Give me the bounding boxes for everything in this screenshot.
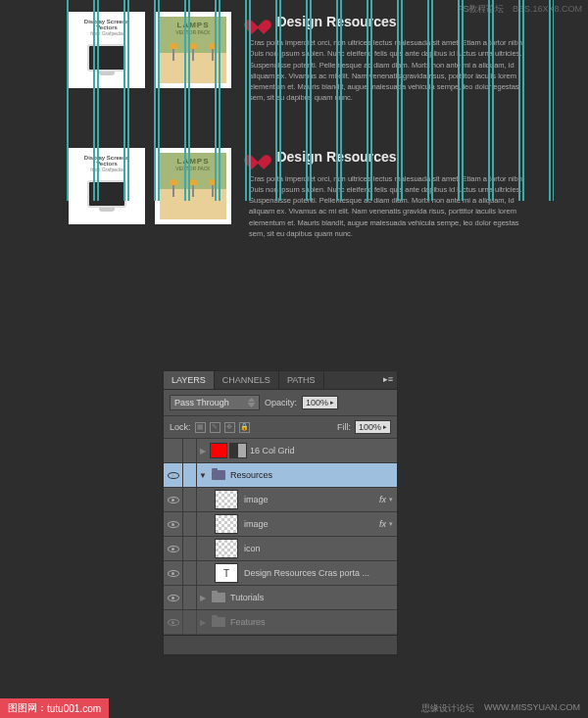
layer-row-image[interactable]: image fx▾ [164, 512, 397, 537]
footer-credit-1: 思缘设计论坛 [421, 702, 474, 715]
layer-row-icon[interactable]: icon [164, 537, 397, 561]
visibility-toggle[interactable] [164, 561, 183, 585]
lock-transparency-icon[interactable]: ▦ [195, 422, 206, 433]
panel-tabs: LAYERS CHANNELS PATHS ▸≡ [164, 371, 397, 390]
layer-row-text[interactable]: T Design Resources Cras porta ... [164, 561, 397, 586]
visibility-toggle[interactable] [164, 512, 183, 536]
collapse-icon[interactable]: ▼ [197, 471, 209, 480]
section-body-text: Cras porta imperdiet orci, non ultrices … [249, 173, 529, 240]
blend-opacity-row: Pass Through Opacity: 100% [164, 390, 397, 416]
layer-row-grid[interactable]: ▶ 16 Col Grid [164, 439, 397, 463]
blend-mode-select[interactable]: Pass Through [170, 395, 260, 410]
page-footer: 图图网：tutu001.com 思缘设计论坛 WWW.MISSYUAN.COM [0, 698, 588, 718]
text-layer-icon: T [215, 563, 238, 583]
layer-row-tutorials[interactable]: ▶ Tutorials [164, 586, 397, 610]
thumb-subtitle: from Grafpedia [74, 167, 140, 172]
layer-name: 16 Col Grid [248, 446, 397, 455]
layer-row-image[interactable]: image fx▾ [164, 488, 397, 512]
folder-icon [212, 593, 225, 602]
lock-label: Lock: [170, 422, 191, 432]
thumb-subtitle: from Grafpedia [74, 30, 140, 36]
layer-name: icon [242, 544, 397, 553]
panel-footer [164, 635, 397, 654]
layer-name: image [242, 495, 379, 504]
visibility-toggle[interactable] [164, 586, 183, 609]
lamps-subtitle: VECTOR PACK [160, 166, 226, 171]
layer-mask-thumb [229, 443, 247, 458]
lamps-title: LAMPS [160, 153, 226, 166]
footer-credit-2: WWW.MISSYUAN.COM [484, 702, 580, 715]
fill-input[interactable]: 100% [355, 420, 391, 434]
opacity-label: Opacity: [265, 398, 297, 407]
lock-pixels-icon[interactable]: ✎ [210, 422, 220, 433]
fx-expand-icon[interactable]: ▾ [389, 520, 393, 528]
expand-icon[interactable]: ▶ [197, 594, 209, 602]
thumb-title: Display Screens Vectors [74, 153, 140, 167]
section-no-grid: Display Screens Vectors from Grafpedia L… [0, 119, 588, 255]
lamps-subtitle: VECTOR PACK [160, 29, 226, 35]
section-with-grid: Display Screens Vectors from Grafpedia L… [0, 0, 588, 119]
visibility-toggle[interactable] [164, 537, 183, 560]
fill-label: Fill: [337, 422, 351, 432]
thumbnail-lamps: LAMPS VECTOR PACK [155, 148, 231, 224]
visibility-toggle[interactable] [164, 439, 183, 462]
heart-icon [249, 14, 267, 29]
layer-row-resources[interactable]: ▼ Resources [164, 463, 397, 488]
lock-all-icon[interactable]: 🔒 [239, 422, 250, 433]
opacity-input[interactable]: 100% [302, 396, 338, 409]
thumb-title: Display Screens Vectors [74, 17, 140, 30]
layer-swatch [210, 443, 227, 458]
lock-fill-row: Lock: ▦ ✎ ✥ 🔒 Fill: 100% [164, 416, 397, 439]
layer-name: Tutorials [228, 593, 397, 602]
thumbnail-lamps: LAMPS VECTOR PACK [155, 12, 231, 88]
section-body-text: Cras porta imperdiet orci, non ultrices … [249, 37, 529, 104]
thumbnail-display-screens: Display Screens Vectors from Grafpedia [69, 148, 145, 224]
expand-icon[interactable]: ▶ [197, 618, 209, 627]
visibility-toggle[interactable] [164, 610, 183, 634]
monitor-icon [87, 180, 126, 208]
layer-thumb [215, 490, 238, 509]
fx-badge[interactable]: fx [379, 495, 386, 504]
layer-name: Resources [228, 470, 397, 480]
layer-name: Features [228, 617, 397, 627]
folder-icon [212, 617, 225, 627]
tab-layers[interactable]: LAYERS [164, 371, 215, 389]
layers-panel: LAYERS CHANNELS PATHS ▸≡ Pass Through Op… [163, 370, 398, 655]
layer-thumb [215, 539, 238, 558]
lock-position-icon[interactable]: ✥ [224, 422, 235, 433]
tab-channels[interactable]: CHANNELS [215, 371, 279, 389]
panel-menu-icon[interactable]: ▸≡ [383, 374, 393, 384]
visibility-toggle[interactable] [164, 488, 183, 511]
heart-icon [249, 149, 267, 165]
layer-name: image [242, 519, 379, 529]
visibility-toggle[interactable] [164, 463, 183, 487]
tab-paths[interactable]: PATHS [279, 371, 324, 389]
fx-badge[interactable]: fx [379, 519, 386, 529]
fx-expand-icon[interactable]: ▾ [389, 496, 393, 503]
section-heading: Design Resources [276, 149, 396, 165]
lamps-title: LAMPS [160, 17, 226, 29]
layer-thumb [215, 514, 238, 534]
layer-row-features[interactable]: ▶ Features [164, 610, 397, 635]
footer-left-badge: 图图网：tutu001.com [0, 698, 109, 718]
monitor-icon [87, 44, 126, 72]
expand-icon[interactable]: ▶ [197, 447, 209, 455]
thumbnail-display-screens: Display Screens Vectors from Grafpedia [69, 12, 145, 88]
section-heading: Design Resources [276, 14, 396, 29]
layer-name: Design Resources Cras porta ... [242, 568, 397, 578]
folder-icon [212, 470, 225, 480]
